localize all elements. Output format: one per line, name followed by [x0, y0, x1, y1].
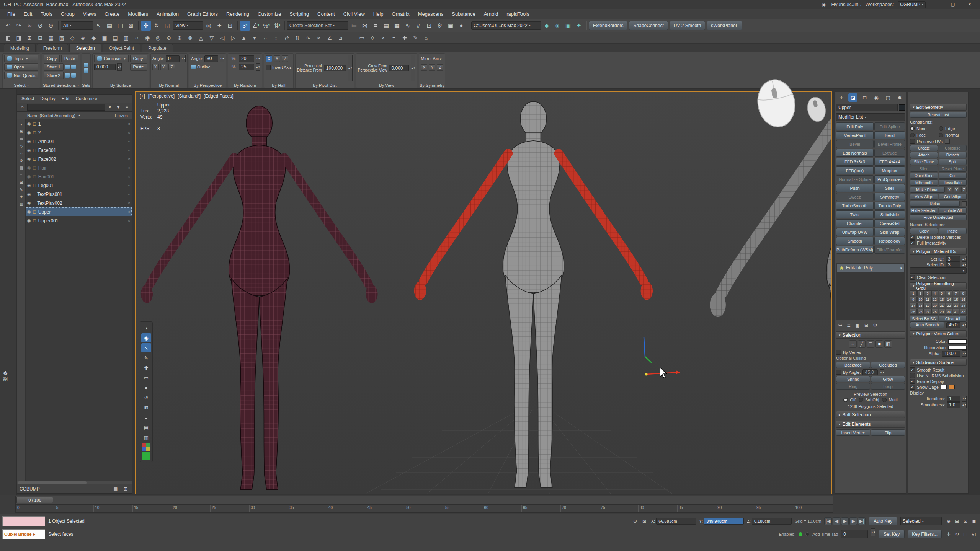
angle-snap-icon[interactable]: ∠ — [251, 21, 261, 31]
explorer-tool-icon[interactable]: ✎ — [18, 186, 25, 192]
preview-option[interactable]: SubObj — [859, 397, 879, 403]
utilities-tab-icon[interactable]: ✱ — [895, 93, 904, 102]
menu-item[interactable]: Views — [79, 11, 100, 17]
smoothing-group-button[interactable]: 7 — [953, 290, 960, 296]
selection-lock-icon[interactable]: ⊠ — [640, 517, 648, 525]
modifier-button[interactable]: FFD(box) — [836, 166, 874, 174]
by-angle-spinner[interactable]: ▲▼ — [880, 369, 884, 375]
render-setup-icon[interactable]: ⚙ — [435, 21, 445, 31]
footer-list-icon[interactable]: ▤ — [112, 485, 119, 493]
smoothing-group-button[interactable]: 5 — [939, 290, 946, 296]
smoothing-group-button[interactable]: 12 — [931, 297, 938, 302]
layer-manager-icon[interactable]: ▤ — [381, 21, 391, 31]
perspective-viewport[interactable]: [+][Perspective][Standard*][Edged Faces]… — [135, 91, 832, 494]
modifier-button[interactable]: TurboSmooth — [836, 202, 874, 210]
stored-selections-footer[interactable]: Stored Selections — [42, 82, 80, 88]
constraint-radio[interactable]: Normal — [939, 132, 967, 138]
modifier-button[interactable]: Twist — [836, 210, 874, 218]
modifier-button[interactable]: Bend — [874, 131, 905, 139]
modifier-button[interactable]: Edit Spline — [874, 122, 905, 130]
modifier-button[interactable]: Shell — [874, 184, 905, 192]
explorer-tool-icon[interactable]: ◉ — [18, 128, 25, 134]
planar-z-button[interactable]: Z — [961, 187, 967, 192]
configure-modifier-icon[interactable]: ⚙ — [871, 321, 879, 329]
explorer-tool-icon[interactable]: ▤ — [18, 165, 25, 171]
select-and-scale-icon[interactable]: ◱ — [162, 21, 172, 31]
modifier-button[interactable]: Chamfer — [836, 219, 874, 227]
select-and-manipulate-icon[interactable]: ✦ — [214, 21, 224, 31]
paste-named-selection-button[interactable]: Paste — [939, 228, 967, 234]
polytool-icon[interactable]: ◎ — [153, 33, 163, 42]
select-by-sg-button[interactable]: Select By SG — [910, 316, 938, 322]
smoothing-group-button[interactable]: 9 — [910, 297, 917, 302]
add-time-tag[interactable]: Add Time Tag — [812, 532, 838, 536]
smoothing-group-button[interactable]: 8 — [960, 290, 967, 296]
menu-item[interactable]: Help — [369, 11, 388, 17]
frozen-toggle[interactable]: ○ — [128, 148, 130, 152]
key-selection-dropdown[interactable]: Selected — [900, 517, 942, 525]
ribbon-tab[interactable]: Freeform — [37, 44, 69, 52]
smoothing-group-button[interactable]: 11 — [924, 297, 931, 302]
mirror-axis-toggle[interactable]: Y — [429, 64, 435, 71]
pivot-distance-spinner[interactable]: ▲▼ — [348, 55, 353, 81]
soft-selection-rollout-header[interactable]: ▸Soft Selection — [836, 411, 905, 418]
visibility-eye-icon[interactable]: ◉ — [27, 201, 31, 205]
open-button[interactable]: Open — [4, 63, 38, 71]
polytool-icon[interactable]: ▧ — [57, 33, 67, 42]
paint-brush-icon[interactable]: ✎ — [141, 353, 151, 362]
visibility-eye-icon[interactable]: ◉ — [27, 121, 31, 126]
align-icon[interactable]: ≡ — [371, 21, 381, 31]
cage-color-2[interactable] — [949, 385, 955, 389]
visibility-eye-icon[interactable]: ◉ — [27, 139, 31, 144]
perspective-angle-field[interactable]: 30 — [204, 55, 218, 62]
create-tab-icon[interactable]: ✛ — [837, 93, 846, 102]
make-planar-button[interactable]: Make Planar — [910, 187, 945, 193]
smoothing-group-button[interactable]: 10 — [917, 297, 924, 302]
spinner-snap-icon[interactable]: ⇅ — [272, 21, 282, 31]
select-id-spinner[interactable]: ▲▼ — [962, 262, 967, 267]
menu-item[interactable]: Arnold — [480, 11, 503, 17]
relax-settings[interactable] — [962, 201, 967, 206]
menu-item[interactable]: Create — [100, 11, 124, 17]
smoothing-group-button[interactable]: 16 — [960, 297, 967, 302]
time-slider[interactable]: 0 / 100 — [15, 496, 833, 504]
polytool-icon[interactable]: ◊ — [368, 33, 377, 42]
smoothing-group-button[interactable]: 26 — [917, 309, 924, 315]
pivot-distance-field[interactable]: 100.000 — [324, 65, 346, 71]
by-perspective-footer[interactable]: By Perspective — [189, 82, 226, 88]
layers-icon[interactable]: ▤ — [141, 423, 151, 432]
detach-button[interactable]: Detach — [939, 152, 967, 158]
polytool-icon[interactable]: ⊗ — [185, 33, 195, 42]
modifier-button[interactable]: ProOptimizer — [874, 175, 905, 183]
vertex-color-swatch[interactable] — [948, 339, 967, 344]
polytool-icon[interactable]: ⇄ — [282, 33, 292, 42]
frame-spinner[interactable]: ▲▼ — [871, 528, 875, 536]
Hair[interactable]: ◉ ◻ Hair ○ — [26, 163, 132, 172]
select-and-rotate-icon[interactable]: ↻ — [152, 21, 162, 31]
smoothing-group-button[interactable]: 13 — [939, 297, 946, 302]
store-1b-icon[interactable] — [71, 65, 76, 69]
surface-paste-button[interactable]: Paste — [130, 63, 147, 71]
border-mode-icon[interactable]: ▢ — [867, 340, 874, 348]
frozen-toggle[interactable]: ○ — [128, 183, 130, 187]
pan-icon[interactable]: ✛ — [945, 530, 952, 538]
smoothing-group-button[interactable]: 6 — [946, 290, 952, 296]
explorer-tool-icon[interactable]: ▦ — [18, 201, 25, 207]
rendered-frame-icon[interactable]: ▣ — [446, 21, 456, 31]
polytool-icon[interactable]: ◇ — [67, 33, 77, 42]
mirror-axis-toggle[interactable]: Z — [437, 64, 443, 71]
edit-elements-rollout-header[interactable]: ▾Edit Elements — [836, 421, 905, 428]
named-selection-sets-field[interactable]: Create Selection Set — [287, 21, 348, 30]
modifier-button[interactable]: Unwrap UVW — [836, 228, 874, 236]
cut-button[interactable]: Cut — [939, 173, 967, 179]
auto-smooth-spinner[interactable]: ▲▼ — [962, 322, 967, 328]
blur-brush-icon[interactable]: ● — [141, 383, 151, 392]
illumination-swatch[interactable] — [948, 346, 967, 350]
alpha-spinner[interactable]: ▲▼ — [962, 350, 967, 357]
custom-tool-icon[interactable]: ◈ — [552, 21, 562, 31]
active-color-swatch[interactable] — [142, 452, 150, 460]
normal-angle-spinner[interactable]: ▲▼ — [181, 55, 186, 62]
modifier-button[interactable]: Morpher — [874, 166, 905, 174]
visibility-eye-icon[interactable]: ◉ — [27, 148, 31, 153]
polytool-icon[interactable]: ⌂ — [421, 33, 431, 42]
